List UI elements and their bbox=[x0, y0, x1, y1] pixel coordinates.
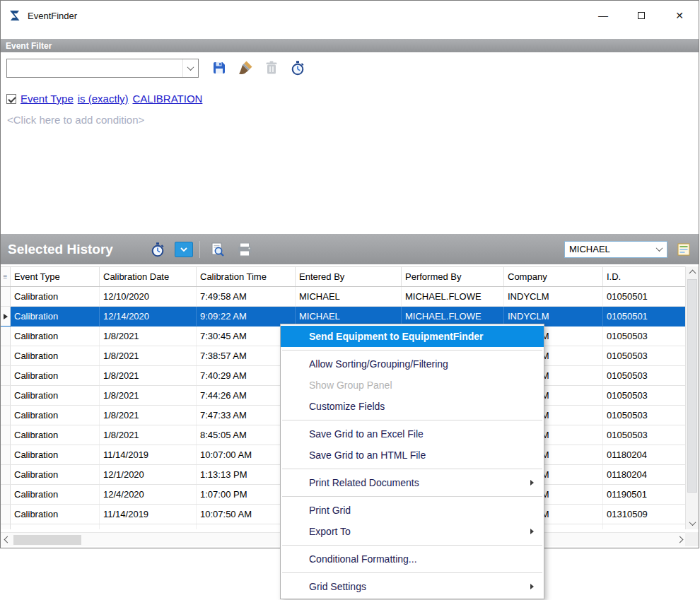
menu-item-label: Conditional Formatting... bbox=[309, 553, 417, 565]
menu-separator bbox=[282, 572, 542, 573]
vertical-scrollbar-thumb[interactable] bbox=[687, 279, 697, 493]
cell-id[interactable]: 01050501 bbox=[603, 307, 686, 326]
cell-event_type[interactable]: Calibration bbox=[11, 524, 100, 529]
cell-id[interactable]: 01310510 bbox=[603, 524, 686, 529]
cell-date[interactable]: 1/8/2021 bbox=[100, 386, 197, 405]
cell-id[interactable]: 01050503 bbox=[603, 386, 686, 405]
close-button[interactable]: ✕ bbox=[660, 1, 699, 30]
cell-date[interactable]: 1/8/2021 bbox=[100, 425, 197, 445]
menu-item[interactable]: Customize Fields bbox=[281, 396, 544, 417]
saved-filter-combo[interactable] bbox=[6, 59, 199, 78]
save-filter-button[interactable] bbox=[209, 58, 230, 78]
minimize-button[interactable]: — bbox=[584, 1, 622, 30]
column-header[interactable]: Calibration Date bbox=[100, 267, 197, 286]
column-header[interactable]: I.D. bbox=[603, 267, 686, 286]
cell-id[interactable]: 01050501 bbox=[603, 287, 686, 306]
menu-item[interactable]: Export To bbox=[281, 521, 544, 542]
saved-filter-combo-arrow[interactable] bbox=[182, 59, 198, 77]
scroll-left-button[interactable] bbox=[1, 533, 13, 546]
cell-id[interactable]: 01190501 bbox=[603, 485, 686, 504]
user-combo-arrow[interactable] bbox=[651, 242, 667, 257]
cell-date[interactable]: 11/14/2019 bbox=[100, 445, 197, 464]
clear-filter-button[interactable] bbox=[235, 58, 256, 78]
context-menu: Send Equipment to EquipmentFinderAllow S… bbox=[280, 324, 544, 599]
vertical-scrollbar[interactable] bbox=[685, 266, 699, 529]
cell-date[interactable]: 1/8/2021 bbox=[100, 406, 197, 425]
menu-item[interactable]: Conditional Formatting... bbox=[281, 548, 544, 570]
saved-filter-input[interactable] bbox=[7, 59, 182, 77]
cell-event_type[interactable]: Calibration bbox=[11, 307, 100, 326]
cell-id[interactable]: 01180204 bbox=[603, 445, 686, 464]
column-header[interactable]: Entered By bbox=[296, 267, 402, 286]
cell-event_type[interactable]: Calibration bbox=[11, 386, 100, 405]
cell-date[interactable]: 1/8/2021 bbox=[100, 366, 197, 385]
row-indicator bbox=[1, 327, 11, 346]
cell-event_type[interactable]: Calibration bbox=[11, 346, 100, 365]
delete-filter-button[interactable] bbox=[261, 58, 282, 78]
column-header[interactable]: Calibration Time bbox=[197, 267, 296, 286]
menu-item[interactable]: Save Grid to an HTML File bbox=[281, 445, 544, 466]
cell-event_type[interactable]: Calibration bbox=[11, 366, 100, 385]
print-button[interactable] bbox=[234, 240, 255, 259]
cell-company[interactable]: INDYCLM bbox=[504, 287, 603, 306]
cell-event_type[interactable]: Calibration bbox=[11, 425, 100, 445]
user-filter-combo[interactable]: MICHAEL bbox=[564, 241, 667, 258]
cell-event_type[interactable]: Calibration bbox=[11, 465, 100, 484]
cell-date[interactable]: 1/8/2021 bbox=[100, 346, 197, 365]
table-row[interactable]: Calibration12/10/20207:49:58 AMMICHAELMI… bbox=[1, 287, 686, 307]
menu-separator bbox=[282, 469, 542, 469]
print-preview-button[interactable] bbox=[206, 240, 228, 259]
history-run-button[interactable] bbox=[147, 240, 168, 259]
cell-id[interactable]: 01050503 bbox=[603, 406, 686, 425]
column-header[interactable]: Company bbox=[504, 267, 603, 286]
cell-date[interactable]: 12/14/2020 bbox=[100, 307, 197, 326]
cell-date[interactable]: 11/14/2019 bbox=[100, 505, 197, 524]
scroll-up-button[interactable] bbox=[686, 266, 699, 279]
cell-id[interactable]: 01050503 bbox=[603, 346, 686, 365]
menu-item-label: Print Grid bbox=[309, 505, 351, 516]
horizontal-scrollbar-thumb[interactable] bbox=[13, 535, 81, 545]
scroll-right-button[interactable] bbox=[673, 533, 686, 546]
cell-date[interactable]: 12/10/2020 bbox=[100, 287, 197, 306]
condition-checkbox[interactable] bbox=[6, 94, 16, 104]
cell-date[interactable]: 12/1/2020 bbox=[100, 465, 197, 484]
scroll-down-button[interactable] bbox=[686, 517, 699, 529]
column-header[interactable]: Event Type bbox=[11, 267, 100, 286]
cell-id[interactable]: 01180204 bbox=[603, 465, 686, 484]
cell-event_type[interactable]: Calibration bbox=[11, 287, 100, 306]
cell-event_type[interactable]: Calibration bbox=[11, 505, 100, 524]
menu-item[interactable]: Grid Settings bbox=[281, 576, 544, 597]
cell-date[interactable]: 1/8/2021 bbox=[100, 327, 197, 346]
cell-id[interactable]: 01050503 bbox=[603, 327, 686, 346]
history-dropdown-button[interactable] bbox=[175, 242, 193, 257]
condition-operator-link[interactable]: is (exactly) bbox=[78, 93, 129, 105]
cell-performed_by[interactable]: MICHAEL.FLOWE bbox=[402, 307, 504, 326]
cell-id[interactable]: 01310509 bbox=[603, 505, 686, 524]
menu-item[interactable]: Save Grid to an Excel File bbox=[281, 423, 544, 445]
menu-item[interactable]: Print Related Documents bbox=[281, 472, 544, 493]
cell-event_type[interactable]: Calibration bbox=[11, 445, 100, 464]
column-header[interactable]: Performed By bbox=[402, 267, 504, 286]
cell-entered_by[interactable]: MICHAEL bbox=[296, 307, 402, 326]
add-condition-link[interactable]: <Click here to add condition> bbox=[7, 114, 699, 126]
run-filter-button[interactable] bbox=[287, 58, 308, 78]
cell-time[interactable]: 9:09:22 AM bbox=[197, 307, 296, 326]
cell-event_type[interactable]: Calibration bbox=[11, 485, 100, 504]
cell-time[interactable]: 7:49:58 AM bbox=[197, 287, 296, 306]
condition-field-link[interactable]: Event Type bbox=[21, 93, 74, 105]
cell-entered_by[interactable]: MICHAEL bbox=[296, 287, 402, 306]
cell-date[interactable]: 11/23/2020 bbox=[100, 524, 197, 529]
condition-value-link[interactable]: CALIBRATION bbox=[132, 93, 202, 105]
cell-event_type[interactable]: Calibration bbox=[11, 406, 100, 425]
cell-id[interactable]: 01050503 bbox=[603, 425, 686, 445]
cell-event_type[interactable]: Calibration bbox=[11, 327, 100, 346]
cell-date[interactable]: 12/4/2020 bbox=[100, 485, 197, 504]
cell-id[interactable]: 01050503 bbox=[603, 366, 686, 385]
cell-company[interactable]: INDYCLM bbox=[504, 307, 603, 326]
menu-item[interactable]: Send Equipment to EquipmentFinder bbox=[281, 326, 544, 347]
menu-item[interactable]: Allow Sorting/Grouping/Filtering bbox=[281, 353, 544, 375]
menu-item[interactable]: Print Grid bbox=[281, 500, 544, 521]
edit-user-list-button[interactable] bbox=[673, 240, 694, 259]
maximize-button[interactable] bbox=[622, 1, 660, 30]
cell-performed_by[interactable]: MICHAEL.FLOWE bbox=[402, 287, 504, 306]
